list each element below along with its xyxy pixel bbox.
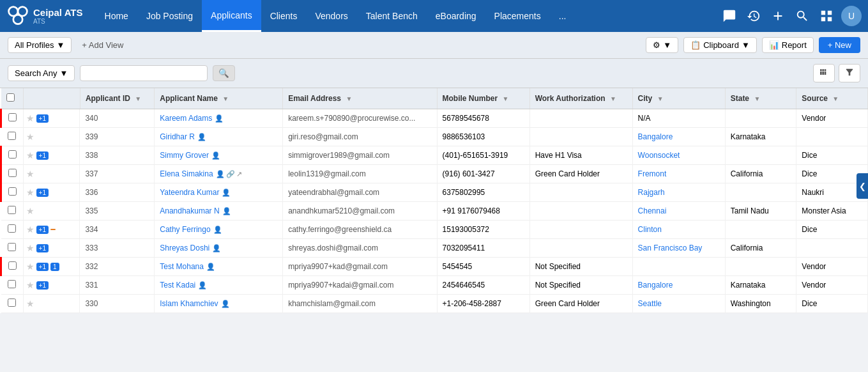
link-icon[interactable]: 🔗 bbox=[226, 170, 235, 178]
star-icon[interactable]: ★ bbox=[26, 243, 34, 253]
applicant-name-link[interactable]: Shreyas Doshi bbox=[160, 244, 209, 252]
star-icon[interactable]: ★ bbox=[26, 169, 34, 179]
search-submit-button[interactable]: 🔍 bbox=[213, 65, 235, 81]
nav-link-clients[interactable]: Clients bbox=[261, 0, 307, 32]
gear-button[interactable]: ⚙ ▼ bbox=[646, 37, 678, 53]
nav-link-home[interactable]: Home bbox=[96, 0, 137, 32]
new-button[interactable]: + New bbox=[819, 37, 860, 53]
profile-icon[interactable]: 👤 bbox=[216, 170, 225, 178]
search-input[interactable] bbox=[80, 65, 208, 81]
external-link-icon[interactable]: ↗ bbox=[236, 170, 242, 178]
scroll-handle[interactable]: ❮ bbox=[857, 173, 868, 199]
search-any-button[interactable]: Search Any ▼ bbox=[8, 65, 75, 81]
nav-link-vendors[interactable]: Vendors bbox=[306, 0, 356, 32]
grid-icon-btn[interactable] bbox=[817, 6, 836, 26]
applicant-id-link[interactable]: 335 bbox=[85, 206, 98, 215]
avatar[interactable]: U bbox=[841, 6, 862, 26]
city-link[interactable]: Chennai bbox=[638, 206, 667, 215]
chat-icon-btn[interactable] bbox=[720, 6, 739, 26]
profile-icon[interactable]: 👤 bbox=[198, 281, 207, 289]
city-link[interactable]: Seattle bbox=[638, 299, 662, 308]
applicant-id-link[interactable]: 337 bbox=[85, 169, 98, 178]
mobile-filter-icon[interactable]: ▼ bbox=[503, 95, 509, 102]
row-checkbox[interactable] bbox=[8, 169, 17, 177]
profile-icon[interactable]: 👤 bbox=[212, 244, 221, 252]
profile-icon[interactable]: 👤 bbox=[197, 133, 206, 141]
applicant-name-link[interactable]: Test Mohana bbox=[160, 262, 204, 271]
city-link[interactable]: Rajgarh bbox=[638, 188, 665, 197]
row-checkbox[interactable] bbox=[8, 187, 17, 196]
city-link[interactable]: Bangalore bbox=[638, 281, 673, 290]
row-checkbox[interactable] bbox=[8, 298, 16, 307]
applicant-name-link[interactable]: Giridhar R bbox=[160, 132, 195, 141]
work-filter-icon[interactable]: ▼ bbox=[610, 95, 616, 102]
applicant-name-link[interactable]: Cathy Ferringo bbox=[160, 225, 210, 234]
applicant-id-link[interactable]: 333 bbox=[85, 244, 98, 252]
profile-icon[interactable]: 👤 bbox=[206, 263, 215, 270]
applicant-id-link[interactable]: 332 bbox=[85, 262, 98, 271]
profile-dropdown[interactable]: All Profiles ▼ bbox=[8, 37, 72, 53]
star-icon[interactable]: ★ bbox=[26, 150, 34, 160]
profile-icon[interactable]: 👤 bbox=[221, 300, 230, 307]
search-icon-btn[interactable] bbox=[793, 6, 812, 26]
nav-link-talent-bench[interactable]: Talent Bench bbox=[357, 0, 427, 32]
row-checkbox[interactable] bbox=[8, 224, 16, 233]
star-icon[interactable]: ★ bbox=[26, 132, 34, 142]
city-link[interactable]: San Francisco Bay bbox=[638, 244, 703, 252]
id-filter-icon[interactable]: ▼ bbox=[135, 95, 141, 102]
state-filter-icon[interactable]: ▼ bbox=[754, 95, 760, 102]
applicant-id-link[interactable]: 334 bbox=[85, 225, 98, 234]
star-icon[interactable]: ★ bbox=[26, 261, 34, 272]
profile-icon[interactable]: 👤 bbox=[211, 151, 220, 159]
star-icon[interactable]: ★ bbox=[26, 298, 34, 309]
star-icon[interactable]: ★ bbox=[26, 224, 34, 235]
source-filter-icon[interactable]: ▼ bbox=[832, 95, 839, 102]
city-link[interactable]: Fremont bbox=[638, 169, 667, 178]
applicant-name-link[interactable]: Elena Simakina bbox=[160, 169, 213, 178]
applicant-id-link[interactable]: 340 bbox=[85, 114, 98, 123]
applicant-id-link[interactable]: 331 bbox=[85, 281, 98, 290]
star-icon[interactable]: ★ bbox=[26, 280, 34, 290]
select-all-checkbox[interactable] bbox=[6, 93, 15, 102]
star-icon[interactable]: ★ bbox=[26, 113, 34, 123]
add-view-button[interactable]: + Add View bbox=[77, 38, 128, 52]
add-icon-btn[interactable] bbox=[768, 6, 788, 26]
nav-link-...[interactable]: ... bbox=[550, 0, 575, 32]
city-link[interactable]: Clinton bbox=[638, 225, 662, 234]
row-checkbox[interactable] bbox=[8, 150, 17, 159]
columns-filter-button[interactable] bbox=[813, 64, 835, 82]
applicant-name-link[interactable]: Yateendra Kumar bbox=[160, 188, 219, 197]
city-link[interactable]: Bangalore bbox=[638, 132, 673, 141]
nav-link-applicants[interactable]: Applicants bbox=[202, 0, 261, 32]
row-checkbox[interactable] bbox=[8, 280, 16, 288]
profile-icon[interactable]: 👤 bbox=[213, 226, 222, 233]
applicant-name-link[interactable]: Anandhakumar N bbox=[160, 206, 219, 215]
row-checkbox[interactable] bbox=[8, 243, 16, 251]
applicant-id-link[interactable]: 339 bbox=[85, 132, 98, 141]
history-icon-btn[interactable] bbox=[744, 6, 763, 26]
city-link[interactable]: Woonsocket bbox=[638, 151, 680, 160]
report-button[interactable]: 📊 Report bbox=[762, 37, 814, 53]
advanced-filter-button[interactable] bbox=[839, 64, 860, 82]
clipboard-button[interactable]: 📋 Clipboard ▼ bbox=[683, 37, 757, 53]
applicant-name-link[interactable]: Islam Khamchiev bbox=[160, 299, 218, 308]
city-filter-icon[interactable]: ▼ bbox=[657, 95, 664, 102]
applicant-name-link[interactable]: Test Kadai bbox=[160, 281, 195, 290]
nav-link-placements[interactable]: Placements bbox=[485, 0, 550, 32]
profile-icon[interactable]: 👤 bbox=[215, 114, 224, 122]
profile-icon[interactable]: 👤 bbox=[222, 189, 231, 196]
name-filter-icon[interactable]: ▼ bbox=[222, 95, 229, 102]
applicant-name-link[interactable]: Simmy Grover bbox=[160, 151, 209, 160]
star-icon[interactable]: ★ bbox=[26, 187, 34, 198]
nav-link-job-posting[interactable]: Job Posting bbox=[137, 0, 202, 32]
profile-icon[interactable]: 👤 bbox=[222, 207, 231, 215]
applicant-id-link[interactable]: 330 bbox=[85, 299, 98, 308]
row-checkbox[interactable] bbox=[8, 132, 16, 140]
applicant-name-link[interactable]: Kareem Adams bbox=[160, 114, 212, 123]
applicant-id-link[interactable]: 338 bbox=[85, 151, 98, 160]
row-checkbox[interactable] bbox=[8, 261, 17, 270]
nav-link-eboarding[interactable]: eBoarding bbox=[427, 0, 485, 32]
row-checkbox[interactable] bbox=[8, 206, 16, 214]
email-filter-icon[interactable]: ▼ bbox=[346, 95, 352, 102]
applicant-id-link[interactable]: 336 bbox=[85, 188, 98, 197]
